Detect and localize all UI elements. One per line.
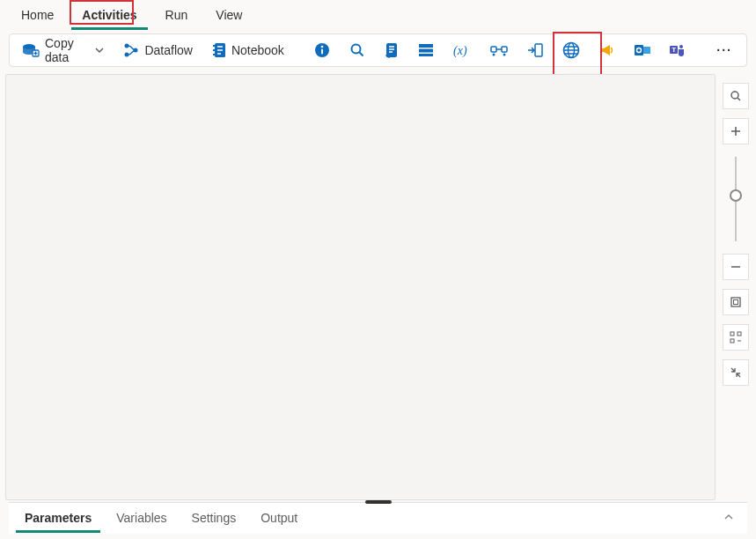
svg-point-30 xyxy=(679,45,683,48)
info-icon xyxy=(314,42,330,58)
pipeline-icon xyxy=(527,43,543,57)
functions-button[interactable] xyxy=(485,40,513,61)
bottom-tab-variables[interactable]: Variables xyxy=(107,504,175,533)
dataflow-icon xyxy=(123,42,139,58)
dataflow-label: Dataflow xyxy=(144,43,192,57)
info-button[interactable] xyxy=(309,39,335,62)
svg-rect-15 xyxy=(419,49,433,53)
more-actions-button[interactable]: ··· xyxy=(709,40,739,61)
svg-rect-33 xyxy=(734,300,738,305)
dataflow-button[interactable]: Dataflow xyxy=(118,39,197,62)
svg-point-2 xyxy=(125,44,129,48)
svg-point-3 xyxy=(125,53,129,57)
svg-point-31 xyxy=(731,92,738,99)
svg-rect-34 xyxy=(730,332,734,336)
svg-rect-16 xyxy=(419,54,433,56)
bottom-tab-output[interactable]: Output xyxy=(252,504,306,533)
pipeline-canvas[interactable] xyxy=(5,74,716,500)
tab-view[interactable]: View xyxy=(205,4,253,30)
svg-point-10 xyxy=(320,46,323,48)
lookup-button[interactable] xyxy=(344,39,371,62)
top-tab-bar: Home Activities Run View xyxy=(0,0,756,28)
script-button[interactable] xyxy=(379,39,404,62)
outlook-button[interactable] xyxy=(629,40,656,61)
copy-data-icon xyxy=(22,43,40,57)
notebook-icon xyxy=(212,42,226,58)
fit-to-screen-button[interactable] xyxy=(723,289,749,315)
rows-icon xyxy=(418,43,434,57)
svg-rect-35 xyxy=(738,332,741,336)
notebook-label: Notebook xyxy=(231,43,284,57)
svg-rect-7 xyxy=(213,49,215,51)
announcement-button[interactable] xyxy=(594,40,620,61)
canvas-area xyxy=(5,74,751,500)
collapse-canvas-button[interactable] xyxy=(723,359,749,386)
svg-rect-6 xyxy=(213,45,215,47)
canvas-search-button[interactable] xyxy=(723,83,749,109)
variable-icon: (x) xyxy=(453,43,471,57)
svg-point-20 xyxy=(492,54,495,56)
svg-rect-22 xyxy=(535,44,542,56)
svg-text:(x): (x) xyxy=(453,44,467,57)
panel-collapse-button[interactable] xyxy=(717,506,740,531)
teams-icon: T xyxy=(670,43,686,57)
bottom-panel: Parameters Variables Settings Output xyxy=(9,502,747,534)
megaphone-icon xyxy=(599,43,615,57)
magnifier-icon xyxy=(349,42,365,58)
svg-rect-8 xyxy=(213,54,215,55)
set-variable-button[interactable]: (x) xyxy=(448,40,476,61)
functions-icon xyxy=(490,43,508,57)
zoom-thumb[interactable] xyxy=(730,189,742,202)
copy-data-label: Copy data xyxy=(45,36,88,64)
tab-home[interactable]: Home xyxy=(11,4,64,30)
svg-text:T: T xyxy=(672,46,676,54)
svg-rect-25 xyxy=(635,45,643,55)
copy-data-button[interactable]: Copy data xyxy=(17,33,109,68)
bottom-tab-parameters[interactable]: Parameters xyxy=(16,504,100,533)
svg-rect-14 xyxy=(419,44,433,48)
tab-activities[interactable]: Activities xyxy=(71,4,147,30)
zoom-in-button[interactable] xyxy=(723,118,749,144)
svg-rect-11 xyxy=(321,49,323,55)
zoom-out-button[interactable] xyxy=(723,254,749,280)
zoom-slider[interactable] xyxy=(735,157,737,241)
globe-icon xyxy=(562,41,580,59)
svg-rect-26 xyxy=(643,47,650,54)
svg-rect-32 xyxy=(731,298,740,306)
script-icon xyxy=(385,42,399,58)
bottom-tab-settings[interactable]: Settings xyxy=(183,504,246,533)
auto-align-button[interactable] xyxy=(723,324,749,351)
svg-rect-13 xyxy=(386,43,397,57)
svg-point-12 xyxy=(351,45,360,54)
chevron-down-icon xyxy=(95,46,104,55)
svg-rect-36 xyxy=(730,339,734,343)
panel-resize-handle[interactable] xyxy=(365,500,392,504)
canvas-side-controls xyxy=(721,83,751,386)
svg-rect-19 xyxy=(502,47,507,52)
stored-procedure-button[interactable] xyxy=(413,40,439,61)
teams-button[interactable]: T xyxy=(664,40,691,61)
notebook-button[interactable]: Notebook xyxy=(207,39,290,62)
outlook-icon xyxy=(635,43,650,57)
tab-run[interactable]: Run xyxy=(155,4,199,30)
svg-point-21 xyxy=(503,54,505,56)
svg-rect-18 xyxy=(491,47,496,52)
activities-toolbar: Copy data Dataflow Notebook xyxy=(9,33,747,67)
invoke-pipeline-button[interactable] xyxy=(522,40,548,61)
web-button[interactable] xyxy=(557,38,585,63)
